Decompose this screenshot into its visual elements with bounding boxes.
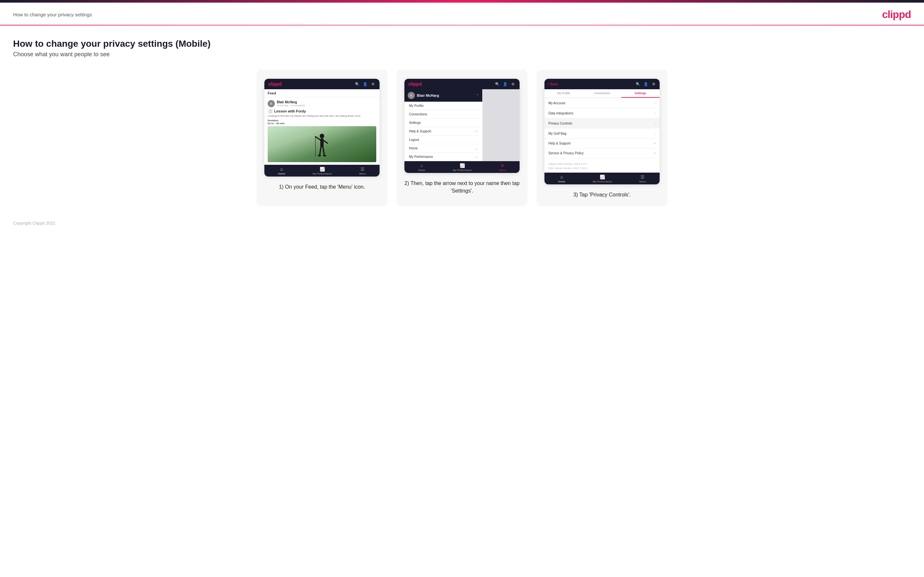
menu-section-performance[interactable]: My Performance ⌄ [404, 153, 482, 161]
ext-icon-help: ↗ [475, 130, 478, 133]
menu-item-settings[interactable]: Settings [404, 119, 482, 127]
nav-home-label-3: Home [558, 180, 565, 183]
copyright: Copyright Clippd 2022 [13, 221, 55, 226]
svg-line-5 [323, 147, 324, 155]
svg-line-4 [320, 147, 321, 155]
settings-dataintegrations[interactable]: Data Integrations › [544, 108, 660, 118]
bottom-nav-2: ⌂ Home 📈 My Performance ✕ Menu [404, 161, 520, 173]
feed-post: B Blair McHarg Yesterday · Sunningdale 📋… [264, 97, 380, 165]
settings-myaccount[interactable]: My Account › [544, 98, 660, 108]
lesson-desc: Looking to feel like my hands are exitin… [268, 114, 376, 118]
nav-home-3[interactable]: ⌂ Home [558, 174, 565, 183]
home-icon-1: ⌂ [280, 167, 283, 172]
menu-avatar: B [408, 92, 415, 99]
app-bar-icons-1: 🔍 👤 ⚙ [355, 81, 376, 87]
header-title: How to change your privacy settings [13, 12, 92, 17]
menu-overlay: B Blair McHarg ⌃ My Profile Connections [404, 89, 520, 161]
step-1-caption: 1) On your Feed, tap the 'Menu' icon. [279, 183, 365, 190]
settings-icon-2: ⚙ [510, 81, 516, 87]
performance-icon-3: 📈 [600, 174, 605, 179]
nav-menu-1[interactable]: ☰ Menu [359, 167, 366, 175]
menu-chevron-up: ⌃ [476, 93, 479, 98]
menu-user-left: B Blair McHarg [408, 92, 439, 99]
tab-settings[interactable]: Settings [621, 89, 660, 98]
chevron-dataintegrations: › [654, 111, 656, 115]
nav-performance-label-3: My Performance [593, 180, 612, 183]
settings-icon-3: ⚙ [651, 81, 656, 87]
performance-icon-2: 📈 [460, 163, 465, 168]
svg-point-6 [318, 155, 321, 156]
close-icon-2: ✕ [501, 163, 504, 168]
menu-item-logout[interactable]: Logout [404, 136, 482, 144]
search-icon-1: 🔍 [355, 81, 360, 87]
settings-helpsupport[interactable]: Help & Support ↗ [544, 139, 660, 148]
settings-tabs: My Profile Connections Settings [544, 89, 660, 98]
tab-myprofile[interactable]: My Profile [544, 89, 583, 98]
dim-overlay [483, 89, 520, 161]
chevron-privacycontrols: › [654, 121, 656, 125]
menu-icon-1: ☰ [360, 167, 365, 172]
nav-close-2[interactable]: ✕ Menu [499, 163, 506, 172]
svg-point-0 [320, 134, 324, 138]
nav-performance-2[interactable]: 📈 My Performance [452, 163, 472, 172]
post-date: Yesterday · Sunningdale [277, 104, 305, 107]
footer: Copyright Clippd 2022 [0, 213, 924, 234]
back-button[interactable]: < Back [548, 82, 558, 86]
performance-icon-1: 📈 [320, 167, 325, 172]
home-icon-2: ⌂ [420, 163, 423, 168]
lesson-title: 📋 Lesson with Fordy [268, 108, 376, 114]
step-2-card: clippd 🔍 👤 ⚙ B Blair McHarg [397, 69, 527, 206]
step-1-card: clippd 🔍 👤 ⚙ Feed B Blair [257, 69, 388, 206]
lesson-icon: 📋 [268, 108, 273, 114]
golfer-silhouette [314, 133, 330, 162]
svg-line-3 [324, 140, 328, 143]
home-icon-3: ⌂ [561, 174, 563, 179]
nav-menu-label-3: Menu [639, 180, 646, 183]
menu-panel: B Blair McHarg ⌃ My Profile Connections [404, 89, 483, 161]
ext-icon-help3: ↗ [653, 142, 656, 145]
post-avatar: B [268, 100, 275, 107]
bottom-nav-1: ⌂ Home 📈 My Performance ☰ Menu [264, 165, 380, 177]
page-subheading: Choose what you want people to see [13, 51, 911, 58]
search-icon-2: 🔍 [495, 81, 500, 87]
phone-mockup-1: clippd 🔍 👤 ⚙ Feed B Blair [264, 79, 380, 177]
settings-mygolfbag[interactable]: My Golf Bag › [544, 129, 660, 139]
nav-menu-label-1: Menu [359, 172, 366, 175]
menu-section-home[interactable]: Home ⌄ [404, 144, 482, 153]
nav-performance-3[interactable]: 📈 My Performance [593, 174, 612, 183]
user-icon-3: 👤 [643, 81, 648, 87]
menu-item-myprofile[interactable]: My Profile [404, 102, 482, 110]
logo: clippd [882, 8, 911, 21]
steps-container: clippd 🔍 👤 ⚙ Feed B Blair [13, 69, 911, 206]
menu-user-row: B Blair McHarg ⌃ [404, 89, 482, 102]
menu-item-helpsupport[interactable]: Help & Support ↗ [404, 127, 482, 136]
nav-home-2[interactable]: ⌂ Home [418, 163, 425, 172]
menu-user-name: Blair McHarg [417, 93, 439, 97]
settings-privacycontrols[interactable]: Privacy Controls › [544, 118, 660, 129]
page-heading: How to change your privacy settings (Mob… [13, 39, 911, 49]
duration: Duration 01 hr : 30 min [268, 119, 376, 125]
nav-home-label-2: Home [418, 169, 425, 172]
nav-performance-1[interactable]: 📈 My Performance [312, 167, 332, 175]
bottom-nav-3: ⌂ Home 📈 My Performance ☰ Menu [544, 172, 660, 184]
menu-item-connections[interactable]: Connections [404, 110, 482, 119]
app-bar-1: clippd 🔍 👤 ⚙ [264, 79, 380, 89]
app-logo-2: clippd [408, 81, 422, 87]
svg-point-7 [323, 155, 326, 156]
feed-tab: Feed [264, 89, 380, 97]
top-accent-bar [0, 0, 924, 3]
nav-menu-3[interactable]: ☰ Menu [639, 174, 646, 183]
app-logo-1: clippd [268, 81, 282, 87]
post-header: B Blair McHarg Yesterday · Sunningdale [268, 100, 376, 107]
app-bar-2: clippd 🔍 👤 ⚙ [404, 79, 520, 89]
tab-connections[interactable]: Connections [583, 89, 621, 98]
nav-home-label-1: Home [278, 172, 285, 175]
svg-line-2 [315, 137, 320, 140]
nav-home-1[interactable]: ⌂ Home [278, 167, 285, 175]
step-3-card: < Back 🔍 👤 ⚙ My Profile Connections [536, 69, 667, 206]
golf-image [268, 126, 376, 162]
step-3-caption: 3) Tap 'Privacy Controls'. [573, 191, 631, 198]
settings-serviceprivacy[interactable]: Service & Privacy Policy ↗ [544, 148, 660, 158]
nav-performance-label-1: My Performance [312, 172, 332, 175]
phone-mockup-2: clippd 🔍 👤 ⚙ B Blair McHarg [404, 79, 520, 173]
